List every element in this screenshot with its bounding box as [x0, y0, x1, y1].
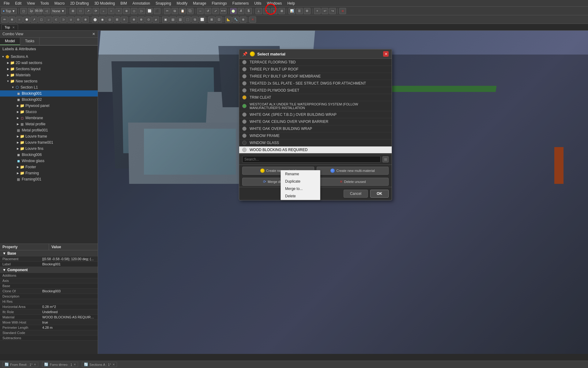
toolbar-btn-5[interactable]: ⟳: [92, 8, 99, 14]
tb2-btn-20[interactable]: ⊙: [145, 17, 152, 23]
toolbar-btn-c3[interactable]: ⚙: [304, 8, 311, 14]
tb2-btn-7[interactable]: ⌕: [45, 17, 52, 23]
ctx-delete[interactable]: Delete: [281, 192, 320, 200]
tb2-btn-10[interactable]: ∪: [67, 17, 74, 23]
menu-file[interactable]: File: [1, 1, 12, 6]
none-dropdown[interactable]: None ▼: [51, 8, 66, 14]
tree-item-framing[interactable]: ▶ 📁 Framing: [0, 170, 98, 176]
toolbar-btn-a[interactable]: A: [238, 8, 244, 14]
tree-item-blocking006[interactable]: ◼ Blocking006: [0, 152, 98, 158]
tb2-btn-5[interactable]: ↗: [31, 17, 37, 23]
mat-item-1[interactable]: THREE PLY BUILT UP ROOF: [239, 66, 392, 73]
menu-manage[interactable]: Manage: [190, 1, 209, 6]
tb2-btn-4[interactable]: ⬟: [23, 17, 30, 23]
toolbar-grid[interactable]: ⊞: [70, 8, 76, 14]
tb2-btn-3[interactable]: ○: [16, 17, 23, 23]
combo-tab-tasks[interactable]: Tasks: [20, 38, 40, 45]
toolbar-btn-4[interactable]: ↗: [85, 8, 92, 14]
toolbar-btn-b3[interactable]: ↨: [271, 8, 277, 14]
menu-modify[interactable]: Modify: [174, 1, 190, 6]
combo-view-close[interactable]: ✕: [92, 32, 95, 36]
toolbar-btn-12[interactable]: ⬜: [146, 8, 153, 14]
toolbar-btn-8[interactable]: +: [115, 8, 122, 14]
tb2-btn-14[interactable]: ◉: [99, 17, 106, 23]
ctx-duplicate[interactable]: Duplicate: [281, 178, 320, 185]
tree-item-louvre-frame001[interactable]: ▶ 📁 Louvre frame001: [0, 139, 98, 146]
tree-item-plywood[interactable]: ▶ 📁 Plywood panel: [0, 103, 98, 109]
toolbar-btn-7[interactable]: ○: [108, 8, 115, 14]
zoom-btn[interactable]: 99.99: [36, 8, 42, 14]
mat-item-3[interactable]: TREATED 2x SILL PLATE - SEE STRUCT. DWGS…: [239, 80, 392, 87]
tb2-btn-17[interactable]: ≡: [121, 17, 128, 23]
toolbar-btn-move[interactable]: ↔: [197, 8, 204, 14]
menu-2d-drafting[interactable]: 2D Drafting: [68, 1, 91, 6]
tb2-btn-29[interactable]: ⊡: [216, 17, 222, 23]
tree-item-section-l1[interactable]: ▼ ⬡ Section L1: [0, 84, 98, 90]
toolbar-btn-3[interactable]: □: [77, 8, 84, 14]
menu-view[interactable]: View: [24, 1, 37, 6]
material-list[interactable]: TERRACE FLOORING TBD THREE PLY BUILT UP …: [239, 59, 392, 154]
cancel-button[interactable]: Cancel: [344, 190, 368, 198]
toolbar-btn-copy[interactable]: ⧉: [172, 8, 178, 14]
combo-tab-model[interactable]: Model: [0, 38, 20, 45]
tree-item-blocking001[interactable]: ◼ Blocking001: [0, 90, 98, 97]
tb2-btn-30[interactable]: 📐: [225, 17, 232, 23]
mat-item-4[interactable]: TREATED PLYWOOD SHEET: [239, 87, 392, 94]
mat-item-8[interactable]: WHITE OAK CEILING OVER VAPOR BARRIER: [239, 118, 392, 125]
mat-item-9[interactable]: WHITE OAK OVER BUILDING WRAP: [239, 125, 392, 132]
tree-root-sections-a[interactable]: ▼ ⬟ Sections A: [0, 54, 98, 60]
view-dropdown[interactable]: ● Top ▼: [1, 8, 17, 14]
menu-annotation[interactable]: Annotation: [130, 1, 153, 6]
ctx-rename[interactable]: Rename: [281, 170, 320, 178]
tree-item-louvre-fins[interactable]: ▶ 📁 Louvre fins: [0, 146, 98, 152]
mat-item-10[interactable]: WINDOW FRAME: [239, 132, 392, 139]
status-forro-close[interactable]: ✕: [74, 363, 76, 366]
tree-item-new-sections[interactable]: ▼ 📁 New sections: [0, 78, 98, 84]
toolbar-btn-scale[interactable]: ⤢: [212, 8, 219, 14]
create-new-multi-material-button[interactable]: Create new multi-material: [317, 167, 389, 175]
toolbar-btn-d2[interactable]: ↩: [322, 8, 328, 14]
tb2-btn-25[interactable]: ⬚: [184, 17, 191, 23]
tb2-btn-18[interactable]: ⊕: [130, 17, 137, 23]
toolbar-btn-c2[interactable]: ☰: [296, 8, 303, 14]
toolbar-btn-rotate[interactable]: ↺: [205, 8, 211, 14]
toolbar-btn-d3[interactable]: ↪: [329, 8, 336, 14]
tb2-btn-9[interactable]: ⊃: [60, 17, 67, 23]
mat-item-0[interactable]: TERRACE FLOORING TBD: [239, 59, 392, 66]
tree-item-materials[interactable]: ▶ 📁 Materials: [0, 72, 98, 78]
tree-item-sections-layout[interactable]: ▶ 📁 Sections layout: [0, 66, 98, 72]
menu-edit[interactable]: Edit: [13, 1, 24, 6]
toolbar-btn-cut[interactable]: ✂: [164, 8, 171, 14]
toolbar-btn-10[interactable]: ◇: [131, 8, 138, 14]
toolbar-btn-clone[interactable]: ⿻: [187, 8, 194, 14]
toolbar-btn-2[interactable]: 1p: [28, 8, 35, 14]
tb2-btn-15[interactable]: ◎: [106, 17, 113, 23]
toolbar-btn-b4[interactable]: ⊞: [278, 8, 285, 14]
toolbar-btn-9[interactable]: ⊕: [123, 8, 130, 14]
status-from-revit-close[interactable]: ✕: [34, 363, 36, 366]
mat-item-11[interactable]: WINDOW GLASS: [239, 139, 392, 146]
tb2-btn-28[interactable]: ⊠: [208, 17, 215, 23]
toolbar-btn-e1[interactable]: ⊗: [339, 8, 346, 14]
toolbar-material-btn[interactable]: ⬤: [230, 8, 237, 14]
tb2-btn-31[interactable]: 🔧: [232, 17, 239, 23]
menu-flamingo[interactable]: Flamingo: [209, 1, 229, 6]
tree-item-louvre-frame[interactable]: ▶ 📁 Louvre frame: [0, 133, 98, 139]
mat-item-12[interactable]: WOOD BLOCKING AS REQUIRED: [239, 146, 392, 154]
tb2-btn-27[interactable]: ⬜: [199, 17, 205, 23]
view-tab-top[interactable]: Top ✕: [1, 25, 18, 30]
tree-item-footer[interactable]: ▶ 📁 Footer: [0, 164, 98, 170]
tb2-btn-12[interactable]: ⊕: [82, 17, 89, 23]
tb2-btn-16[interactable]: ⊞: [114, 17, 120, 23]
menu-3d-modeling[interactable]: 3D Modeling: [92, 1, 117, 6]
menu-fasteners[interactable]: Fasteners: [230, 1, 251, 6]
menu-macro[interactable]: Macro: [52, 1, 67, 6]
mat-item-5[interactable]: TRIM CLEAT: [239, 94, 392, 101]
ctx-merge-to[interactable]: Merge to...: [281, 185, 320, 192]
tree-area[interactable]: ▼ ⬟ Sections A ▶ 📁 2D wall sections ▶ 📁 …: [0, 52, 98, 244]
tree-item-metal-profile[interactable]: ▶ ▦ Metal profile: [0, 121, 98, 127]
toolbar-btn-1[interactable]: ◻: [20, 8, 27, 14]
status-sections-close[interactable]: ✕: [112, 363, 115, 366]
tb2-btn-2[interactable]: ⊕: [9, 17, 15, 23]
tb2-btn-23[interactable]: ▤: [169, 17, 176, 23]
